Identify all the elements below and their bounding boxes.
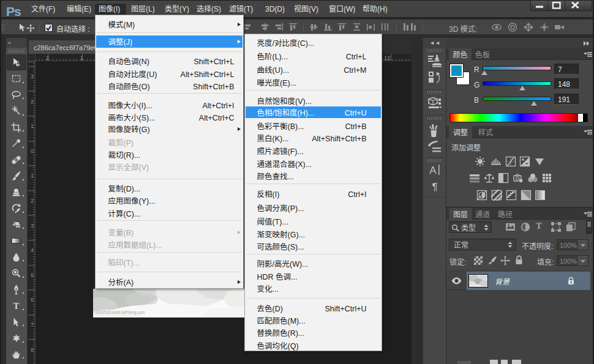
svg-text:¶: ¶ [432, 181, 437, 193]
svg-text:A: A [429, 165, 437, 176]
svg-text:T: T [13, 301, 19, 311]
svg-text:GB30533.sock.tuPhong.com: GB30533.sock.tuPhong.com [94, 310, 145, 315]
